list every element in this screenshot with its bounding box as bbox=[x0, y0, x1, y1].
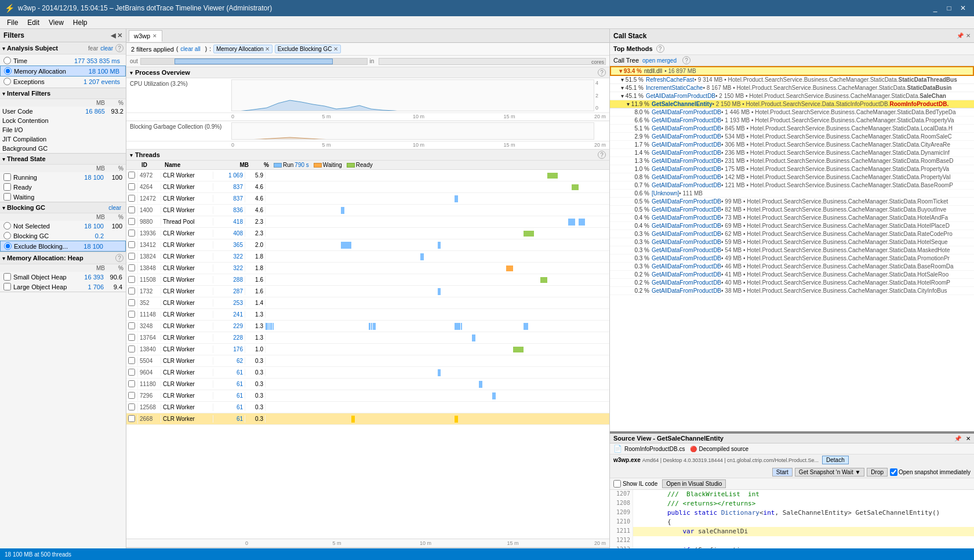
thread-row[interactable]: 9880 Thread Pool 418 2.3 bbox=[126, 216, 609, 228]
top-methods-help[interactable]: ? bbox=[656, 45, 664, 53]
td-check[interactable] bbox=[126, 333, 138, 343]
menu-file[interactable]: File bbox=[2, 17, 23, 28]
ct-row-3[interactable]: ▾ 45.1 % GetAllDataFromProductDB • 2 150… bbox=[610, 92, 974, 100]
filter-loh-checkbox[interactable] bbox=[3, 283, 11, 290]
ct-row[interactable]: 0.2 % GetAllDataFromProductDB • 41 MB • … bbox=[610, 271, 974, 279]
td-check[interactable] bbox=[126, 299, 138, 308]
timeline-tab-close[interactable]: ✕ bbox=[152, 33, 157, 39]
td-check[interactable] bbox=[126, 241, 138, 250]
memory-heap-header[interactable]: ▾ Memory Allocation: Heap ? bbox=[0, 252, 126, 264]
thread-check[interactable] bbox=[128, 346, 135, 352]
thread-check[interactable] bbox=[128, 380, 135, 387]
thread-row[interactable]: 12568 CLR Worker 61 0.3 bbox=[126, 402, 609, 413]
td-check[interactable] bbox=[126, 414, 138, 424]
filter-clear-all[interactable]: clear all bbox=[180, 46, 200, 52]
thread-check[interactable] bbox=[128, 403, 135, 410]
ct-row[interactable]: 0.3 % GetAllDataFromProductDB • 62 MB • … bbox=[610, 230, 974, 238]
open-vs-button[interactable]: Open in Visual Studio bbox=[662, 479, 726, 488]
thread-check[interactable] bbox=[128, 172, 135, 179]
thread-row[interactable]: 13824 CLR Worker 322 1.8 bbox=[126, 251, 609, 263]
td-check[interactable] bbox=[126, 368, 138, 377]
ct-row[interactable]: 0.3 % GetAllDataFromProductDB • 54 MB • … bbox=[610, 246, 974, 254]
blocking-gc-clear[interactable]: clear bbox=[108, 205, 121, 211]
thread-row[interactable]: 13840 CLR Worker 176 1.0 bbox=[126, 344, 609, 355]
td-check[interactable] bbox=[126, 264, 138, 273]
threads-header[interactable]: ▾ Threads ? bbox=[126, 150, 609, 161]
filter-tag-exclude-remove[interactable]: ✕ bbox=[333, 46, 338, 52]
show-il-checkbox[interactable] bbox=[613, 480, 621, 488]
td-check[interactable] bbox=[126, 206, 138, 215]
filter-soh-checkbox[interactable] bbox=[3, 273, 11, 281]
ct-row[interactable]: 5.1 % GetAllDataFromProductDB • 845 MB •… bbox=[610, 125, 974, 133]
thread-check[interactable] bbox=[128, 357, 135, 364]
ct-row-4-selected[interactable]: ▾ 11.9 % GetSaleChannelEntity • 2 150 MB… bbox=[610, 100, 974, 108]
td-check[interactable] bbox=[126, 229, 138, 238]
thread-check[interactable] bbox=[128, 334, 135, 341]
ct-row-ntdll[interactable]: ▾ 93.4 % ntdll.dll • 16 897 MB bbox=[610, 66, 974, 76]
thread-row[interactable]: 13412 CLR Worker 365 2.0 bbox=[126, 239, 609, 251]
ct-row[interactable]: 0.4 % GetAllDataFromProductDB • 73 MB • … bbox=[610, 214, 974, 222]
td-check[interactable] bbox=[126, 357, 138, 366]
ct-row[interactable]: 0.7 % GetAllDataFromProductDB • 121 MB •… bbox=[610, 181, 974, 190]
menu-help[interactable]: Help bbox=[68, 17, 92, 28]
thread-row[interactable]: 9604 CLR Worker 61 0.3 bbox=[126, 367, 609, 379]
call-tree-help[interactable]: ? bbox=[682, 56, 690, 64]
ct-row[interactable]: 1.3 % GetAllDataFromProductDB • 231 MB •… bbox=[610, 157, 974, 165]
thread-row[interactable]: 11148 CLR Worker 241 1.3 bbox=[126, 309, 609, 321]
thread-check[interactable] bbox=[128, 299, 135, 306]
analysis-subject-header[interactable]: ▾ Analysis Subject fear clear ? bbox=[0, 42, 126, 54]
callstack-close-button[interactable]: ✕ bbox=[966, 32, 971, 39]
thread-check[interactable] bbox=[128, 230, 135, 237]
ct-row[interactable]: 0.3 % GetAllDataFromProductDB • 46 MB • … bbox=[610, 263, 974, 271]
threads-help[interactable]: ? bbox=[598, 151, 606, 159]
thread-check[interactable] bbox=[128, 322, 135, 329]
interval-filters-header[interactable]: ▾ Interval Filters bbox=[0, 88, 126, 99]
td-check[interactable] bbox=[126, 391, 138, 401]
thread-row[interactable]: 5504 CLR Worker 62 0.3 bbox=[126, 355, 609, 367]
thread-check[interactable] bbox=[128, 206, 135, 213]
ct-row[interactable]: 6.6 % GetAllDataFromProductDB • 1 193 MB… bbox=[610, 117, 974, 125]
filter-exceptions-radio[interactable] bbox=[3, 78, 11, 85]
td-check[interactable] bbox=[126, 287, 138, 296]
ct-row[interactable]: 0.5 % GetAllDataFromProductDB • 99 MB • … bbox=[610, 198, 974, 206]
nav-selection[interactable] bbox=[175, 59, 333, 64]
ct-row[interactable]: 1.0 % GetAllDataFromProductDB • 175 MB •… bbox=[610, 165, 974, 173]
maximize-button[interactable]: □ bbox=[943, 2, 955, 14]
thread-row[interactable]: 352 CLR Worker 253 1.4 bbox=[126, 297, 609, 309]
menu-view[interactable]: View bbox=[44, 17, 68, 28]
filter-running-checkbox[interactable] bbox=[3, 173, 11, 181]
thread-row[interactable]: 7296 CLR Worker 61 0.3 bbox=[126, 390, 609, 402]
ct-row[interactable]: 1.4 % GetAllDataFromProductDB • 236 MB •… bbox=[610, 149, 974, 157]
pin-button[interactable]: 📌 bbox=[957, 32, 964, 39]
filter-ready-checkbox[interactable] bbox=[3, 183, 11, 191]
thread-row[interactable]: 1732 CLR Worker 287 1.6 bbox=[126, 286, 609, 297]
filter-time-radio[interactable] bbox=[3, 57, 11, 64]
ct-row[interactable]: 0.3 % GetAllDataFromProductDB • 49 MB • … bbox=[610, 254, 974, 263]
process-overview-header[interactable]: ▾ Process Overview ? bbox=[126, 67, 609, 78]
td-check[interactable] bbox=[126, 345, 138, 354]
filter-not-selected-radio[interactable] bbox=[3, 222, 11, 230]
td-check[interactable] bbox=[126, 275, 138, 285]
thread-check[interactable] bbox=[128, 195, 135, 202]
td-check[interactable] bbox=[126, 252, 138, 261]
td-check[interactable] bbox=[126, 183, 138, 192]
thread-check[interactable] bbox=[128, 183, 135, 190]
thread-row[interactable]: 13936 CLR Worker 408 2.3 bbox=[126, 228, 609, 239]
thread-row[interactable]: 13764 CLR Worker 228 1.3 bbox=[126, 332, 609, 344]
source-close-button[interactable]: ✕ bbox=[966, 435, 971, 442]
minimize-button[interactable]: _ bbox=[929, 2, 942, 14]
ct-row[interactable]: 0.6 % [Unknown] • 111 MB bbox=[610, 190, 974, 198]
process-overview-help[interactable]: ? bbox=[598, 68, 606, 77]
ct-row[interactable]: 0.2 % GetAllDataFromProductDB • 40 MB • … bbox=[610, 279, 974, 287]
td-check[interactable] bbox=[126, 217, 138, 227]
thread-check[interactable] bbox=[128, 288, 135, 294]
thread-row[interactable]: 13848 CLR Worker 322 1.8 bbox=[126, 263, 609, 274]
thread-check[interactable] bbox=[128, 264, 135, 271]
menu-edit[interactable]: Edit bbox=[23, 17, 44, 28]
filters-collapse[interactable]: ◀ ✕ bbox=[111, 32, 122, 39]
thread-check[interactable] bbox=[128, 253, 135, 260]
ct-row-1[interactable]: ▾ 51.5 % RefreshCacheFast • 9 314 MB • H… bbox=[610, 76, 974, 84]
nav-inner-range[interactable]: cores bbox=[379, 58, 606, 65]
thread-row[interactable]: 11180 CLR Worker 61 0.3 bbox=[126, 379, 609, 390]
analysis-subject-clear[interactable]: clear bbox=[100, 45, 113, 52]
